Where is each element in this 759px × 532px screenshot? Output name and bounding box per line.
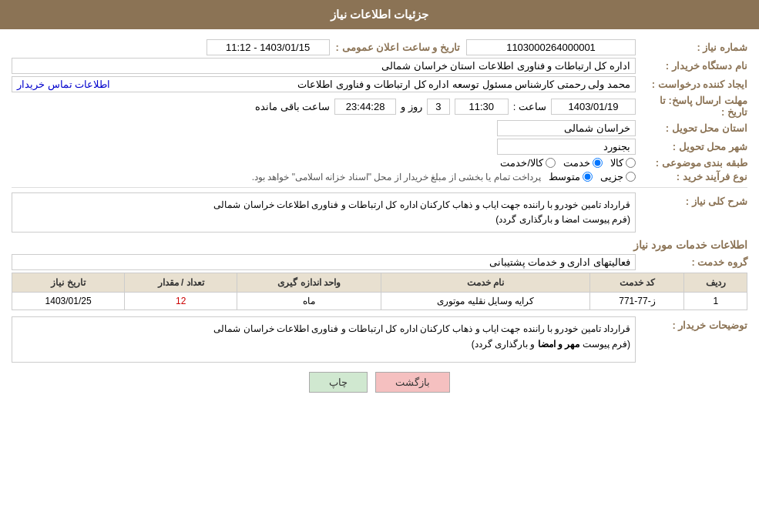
noeFarayand-motavaset-option[interactable]: متوسط <box>549 171 593 182</box>
noeFarayand-note: پرداخت تمام یا بخشی از مبلغ خریدار از مح… <box>252 172 541 182</box>
col-name: نام خدمت <box>381 273 590 293</box>
buyer-note-label: توضیحات خریدار : <box>636 316 747 331</box>
print-button[interactable]: چاپ <box>309 372 368 393</box>
page-title: جزئیات اطلاعات نیاز <box>331 8 428 21</box>
tabaqe-khedmat-radio[interactable] <box>593 158 603 168</box>
tabaqe-row: طبقه بندی موضوعی : کالا خدمت کالا/خدمت <box>12 157 747 169</box>
namDastgah-value: اداره کل ارتباطات و فناوری اطلاعات استان… <box>12 58 636 74</box>
sharh-value: قرارداد تامین خودرو با راننده جهت ایاب و… <box>12 192 636 233</box>
cell-vahad: ماه <box>237 293 381 310</box>
noeFarayand-row: نوع فرآیند خرید : جزیی متوسط پرداخت تمام… <box>12 171 747 182</box>
mohlat-saat: 23:44:28 <box>334 99 396 115</box>
mohlat-date: 1403/01/19 <box>551 99 636 115</box>
sharh-row: شرح کلی نیاز : قرارداد تامین خودرو با را… <box>12 192 747 233</box>
tabaqe-kala-label: کالا <box>610 157 623 169</box>
ejad-value: محمد ولی رحمتی کارشناس مسئول توسعه اداره… <box>297 79 630 90</box>
noeFarayand-jazee-radio[interactable] <box>626 172 636 182</box>
services-table: ردیف کد خدمت نام خدمت واحد اندازه گیری ت… <box>12 273 747 310</box>
namDastgah-label: نام دستگاه خریدار : <box>636 60 747 72</box>
ostan-label: استان محل تحویل : <box>636 122 747 134</box>
mohlat-saat-label: ساعت باقی مانده <box>255 101 330 112</box>
separator-1 <box>12 187 747 188</box>
col-kod: کد خدمت <box>590 273 684 293</box>
ostan-value: خراسان شمالی <box>497 120 636 136</box>
noeFarayand-jazee-label: جزیی <box>600 171 623 182</box>
col-tarikh: تاریخ نیاز <box>12 273 125 293</box>
tabaqe-kala-radio[interactable] <box>626 158 636 168</box>
noeFarayand-motavaset-label: متوسط <box>549 171 580 182</box>
services-table-header: ردیف کد خدمت نام خدمت واحد اندازه گیری ت… <box>12 273 747 293</box>
ejad-label: ایجاد کننده درخواست : <box>636 79 747 90</box>
buyer-note-value: قرارداد تامین خودرو با راننده جهت ایاب و… <box>12 316 636 363</box>
mohlat-label: مهلت ارسال پاسخ: تا تاریخ : <box>636 95 747 118</box>
grooh-value: فعالیتهای اداری و خدمات پشتیبانی <box>12 254 636 270</box>
mohlat-time: 11:30 <box>455 99 509 115</box>
tarikh-label: تاریخ و ساعت اعلان عمومی : <box>336 42 460 53</box>
sharh-text: قرارداد تامین خودرو با راننده جهت ایاب و… <box>213 199 630 225</box>
grooh-label: گروه خدمت : <box>636 256 747 268</box>
tabaqe-khedmat-option[interactable]: خدمت <box>563 157 603 169</box>
shomareNiaz-label: شماره نیاز : <box>636 42 747 53</box>
ostan-row: استان محل تحویل : خراسان شمالی <box>12 120 747 136</box>
col-radif: ردیف <box>684 273 747 293</box>
table-row: 1 ز-77-771 کرایه وسایل نقلیه موتوری ماه … <box>12 293 747 310</box>
ejad-value-cell: محمد ولی رحمتی کارشناس مسئول توسعه اداره… <box>12 76 636 92</box>
button-row: بازگشت چاپ <box>12 372 747 393</box>
ejad-link[interactable]: اطلاعات تماس خریدار <box>17 79 110 90</box>
tabaqe-kala-khedmat-radio[interactable] <box>546 158 556 168</box>
tabaqe-label: طبقه بندی موضوعی : <box>636 157 747 169</box>
cell-tedad: 12 <box>125 293 237 310</box>
mohlat-time-label: ساعت : <box>513 101 546 112</box>
ejad-row: ایجاد کننده درخواست : محمد ولی رحمتی کار… <box>12 76 747 92</box>
tabaqe-kala-khedmat-label: کالا/خدمت <box>500 157 543 169</box>
mohlat-rooz-label: روز و <box>401 101 422 112</box>
grooh-row: گروه خدمت : فعالیتهای اداری و خدمات پشتی… <box>12 254 747 270</box>
col-tedad: تعداد / مقدار <box>125 273 237 293</box>
cell-tarikh: 1403/01/25 <box>12 293 125 310</box>
khedmat-section-title: اطلاعات خدمات مورد نیاز <box>12 239 747 251</box>
buyer-note-row: توضیحات خریدار : قرارداد تامین خودرو با … <box>12 316 747 363</box>
cell-kod: ز-77-771 <box>590 293 684 310</box>
back-button[interactable]: بازگشت <box>375 372 450 393</box>
mohlat-row: مهلت ارسال پاسخ: تا تاریخ : 1403/01/19 س… <box>12 95 747 118</box>
col-vahad: واحد اندازه گیری <box>237 273 381 293</box>
namDastgah-row: نام دستگاه خریدار : اداره کل ارتباطات و … <box>12 58 747 74</box>
shahr-row: شهر محل تحویل : بجنورد <box>12 139 747 155</box>
shomareNiaz-row: شماره نیاز : 1103000264000001 تاریخ و سا… <box>12 39 747 55</box>
buyer-note-text: قرارداد تامین خودرو با راننده جهت ایاب و… <box>213 323 630 349</box>
shomareNiaz-value: 1103000264000001 <box>466 39 636 55</box>
noeFarayand-motavaset-radio[interactable] <box>583 172 593 182</box>
shahr-value: بجنورد <box>497 139 636 155</box>
tabaqe-kala-khedmat-option[interactable]: کالا/خدمت <box>500 157 556 169</box>
tabaqe-khedmat-label: خدمت <box>563 157 590 169</box>
noeFarayand-jazee-option[interactable]: جزیی <box>600 171 636 182</box>
cell-name: کرایه وسایل نقلیه موتوری <box>381 293 590 310</box>
mohlat-rooz: 3 <box>427 99 450 115</box>
tabaqe-kala-option[interactable]: کالا <box>610 157 636 169</box>
cell-radif: 1 <box>684 293 747 310</box>
shahr-label: شهر محل تحویل : <box>636 141 747 152</box>
noeFarayand-label: نوع فرآیند خرید : <box>636 171 747 182</box>
tarikh-value: 1403/01/15 - 11:12 <box>207 39 330 55</box>
sharh-label: شرح کلی نیاز : <box>636 192 747 207</box>
services-table-body: 1 ز-77-771 کرایه وسایل نقلیه موتوری ماه … <box>12 293 747 310</box>
page-header: جزئیات اطلاعات نیاز <box>0 0 759 29</box>
